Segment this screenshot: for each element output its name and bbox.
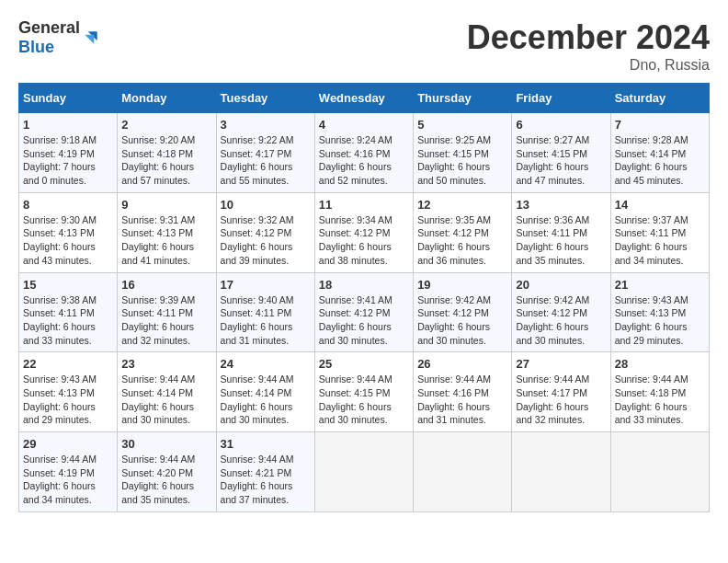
calendar-cell: 29Sunrise: 9:44 AM Sunset: 4:19 PM Dayli… xyxy=(19,432,118,512)
day-info: Sunrise: 9:43 AM Sunset: 4:13 PM Dayligh… xyxy=(23,373,113,427)
day-number: 13 xyxy=(516,198,606,212)
day-info: Sunrise: 9:27 AM Sunset: 4:15 PM Dayligh… xyxy=(516,133,606,188)
calendar-title: December 2024 xyxy=(467,18,710,57)
day-info: Sunrise: 9:36 AM Sunset: 4:11 PM Dayligh… xyxy=(516,213,606,268)
logo: General Blue xyxy=(18,18,100,57)
calendar-week-row: 1Sunrise: 9:18 AM Sunset: 4:19 PM Daylig… xyxy=(19,113,710,193)
day-number: 12 xyxy=(417,198,507,212)
day-info: Sunrise: 9:44 AM Sunset: 4:17 PM Dayligh… xyxy=(516,373,606,427)
day-number: 19 xyxy=(417,278,507,292)
calendar-week-row: 29Sunrise: 9:44 AM Sunset: 4:19 PM Dayli… xyxy=(19,432,710,512)
day-number: 16 xyxy=(121,278,211,292)
day-info: Sunrise: 9:24 AM Sunset: 4:16 PM Dayligh… xyxy=(319,133,409,188)
calendar-week-row: 15Sunrise: 9:38 AM Sunset: 4:11 PM Dayli… xyxy=(19,272,710,352)
day-info: Sunrise: 9:42 AM Sunset: 4:12 PM Dayligh… xyxy=(417,293,507,348)
calendar-cell: 12Sunrise: 9:35 AM Sunset: 4:12 PM Dayli… xyxy=(414,192,512,272)
calendar-cell: 27Sunrise: 9:44 AM Sunset: 4:17 PM Dayli… xyxy=(512,352,610,432)
day-number: 25 xyxy=(319,357,409,371)
weekday-header-wednesday: Wednesday xyxy=(314,84,413,113)
calendar-cell: 4Sunrise: 9:24 AM Sunset: 4:16 PM Daylig… xyxy=(314,113,413,193)
calendar-cell: 10Sunrise: 9:32 AM Sunset: 4:12 PM Dayli… xyxy=(216,192,314,272)
day-info: Sunrise: 9:18 AM Sunset: 4:19 PM Dayligh… xyxy=(23,133,113,188)
day-info: Sunrise: 9:44 AM Sunset: 4:15 PM Dayligh… xyxy=(319,373,409,427)
day-number: 27 xyxy=(516,357,606,371)
calendar-cell: 16Sunrise: 9:39 AM Sunset: 4:11 PM Dayli… xyxy=(118,272,216,352)
title-area: December 2024 Dno, Russia xyxy=(467,18,710,74)
logo-general: General xyxy=(18,18,80,37)
weekday-header-row: SundayMondayTuesdayWednesdayThursdayFrid… xyxy=(19,84,710,113)
day-number: 5 xyxy=(417,118,507,132)
day-number: 31 xyxy=(221,437,311,451)
calendar-cell: 21Sunrise: 9:43 AM Sunset: 4:13 PM Dayli… xyxy=(610,272,709,352)
calendar-week-row: 8Sunrise: 9:30 AM Sunset: 4:13 PM Daylig… xyxy=(19,192,710,272)
day-number: 1 xyxy=(23,118,113,132)
day-info: Sunrise: 9:25 AM Sunset: 4:15 PM Dayligh… xyxy=(417,133,507,188)
day-number: 10 xyxy=(221,198,311,212)
calendar-cell: 18Sunrise: 9:41 AM Sunset: 4:12 PM Dayli… xyxy=(314,272,413,352)
day-info: Sunrise: 9:30 AM Sunset: 4:13 PM Dayligh… xyxy=(23,213,113,268)
day-number: 26 xyxy=(417,357,507,371)
calendar-cell: 3Sunrise: 9:22 AM Sunset: 4:17 PM Daylig… xyxy=(216,113,314,193)
calendar-cell: 1Sunrise: 9:18 AM Sunset: 4:19 PM Daylig… xyxy=(19,113,118,193)
calendar-cell: 7Sunrise: 9:28 AM Sunset: 4:14 PM Daylig… xyxy=(610,113,709,193)
calendar-cell: 24Sunrise: 9:44 AM Sunset: 4:14 PM Dayli… xyxy=(216,352,314,432)
calendar-cell: 30Sunrise: 9:44 AM Sunset: 4:20 PM Dayli… xyxy=(118,432,216,512)
day-info: Sunrise: 9:42 AM Sunset: 4:12 PM Dayligh… xyxy=(516,293,606,348)
day-info: Sunrise: 9:32 AM Sunset: 4:12 PM Dayligh… xyxy=(221,213,311,268)
day-info: Sunrise: 9:35 AM Sunset: 4:12 PM Dayligh… xyxy=(417,213,507,268)
calendar-cell: 17Sunrise: 9:40 AM Sunset: 4:11 PM Dayli… xyxy=(216,272,314,352)
day-info: Sunrise: 9:22 AM Sunset: 4:17 PM Dayligh… xyxy=(221,133,311,188)
calendar-cell: 26Sunrise: 9:44 AM Sunset: 4:16 PM Dayli… xyxy=(414,352,512,432)
day-info: Sunrise: 9:44 AM Sunset: 4:14 PM Dayligh… xyxy=(221,373,311,427)
day-info: Sunrise: 9:44 AM Sunset: 4:21 PM Dayligh… xyxy=(221,453,311,507)
day-info: Sunrise: 9:44 AM Sunset: 4:14 PM Dayligh… xyxy=(121,373,211,427)
calendar-subtitle: Dno, Russia xyxy=(467,57,710,74)
day-info: Sunrise: 9:39 AM Sunset: 4:11 PM Dayligh… xyxy=(121,293,211,348)
calendar-cell: 15Sunrise: 9:38 AM Sunset: 4:11 PM Dayli… xyxy=(19,272,118,352)
day-info: Sunrise: 9:31 AM Sunset: 4:13 PM Dayligh… xyxy=(121,213,211,268)
day-number: 11 xyxy=(319,198,409,212)
weekday-header-sunday: Sunday xyxy=(19,84,118,113)
calendar-table: SundayMondayTuesdayWednesdayThursdayFrid… xyxy=(18,83,710,512)
day-info: Sunrise: 9:28 AM Sunset: 4:14 PM Dayligh… xyxy=(615,133,705,188)
calendar-cell: 8Sunrise: 9:30 AM Sunset: 4:13 PM Daylig… xyxy=(19,192,118,272)
day-info: Sunrise: 9:44 AM Sunset: 4:20 PM Dayligh… xyxy=(121,453,211,507)
day-number: 23 xyxy=(121,357,211,371)
calendar-cell: 25Sunrise: 9:44 AM Sunset: 4:15 PM Dayli… xyxy=(314,352,413,432)
day-number: 22 xyxy=(23,357,113,371)
day-info: Sunrise: 9:34 AM Sunset: 4:12 PM Dayligh… xyxy=(319,213,409,268)
calendar-week-row: 22Sunrise: 9:43 AM Sunset: 4:13 PM Dayli… xyxy=(19,352,710,432)
day-info: Sunrise: 9:41 AM Sunset: 4:12 PM Dayligh… xyxy=(319,293,409,348)
calendar-cell: 13Sunrise: 9:36 AM Sunset: 4:11 PM Dayli… xyxy=(512,192,610,272)
day-number: 24 xyxy=(221,357,311,371)
calendar-cell: 14Sunrise: 9:37 AM Sunset: 4:11 PM Dayli… xyxy=(610,192,709,272)
logo-icon xyxy=(82,29,100,47)
calendar-cell: 31Sunrise: 9:44 AM Sunset: 4:21 PM Dayli… xyxy=(216,432,314,512)
weekday-header-thursday: Thursday xyxy=(414,84,512,113)
calendar-cell: 23Sunrise: 9:44 AM Sunset: 4:14 PM Dayli… xyxy=(118,352,216,432)
day-info: Sunrise: 9:44 AM Sunset: 4:16 PM Dayligh… xyxy=(417,373,507,427)
day-info: Sunrise: 9:44 AM Sunset: 4:19 PM Dayligh… xyxy=(23,453,113,507)
day-number: 15 xyxy=(23,278,113,292)
day-number: 4 xyxy=(319,118,409,132)
day-info: Sunrise: 9:38 AM Sunset: 4:11 PM Dayligh… xyxy=(23,293,113,348)
calendar-cell: 6Sunrise: 9:27 AM Sunset: 4:15 PM Daylig… xyxy=(512,113,610,193)
day-number: 2 xyxy=(121,118,211,132)
calendar-cell xyxy=(512,432,610,512)
day-number: 6 xyxy=(516,118,606,132)
day-info: Sunrise: 9:40 AM Sunset: 4:11 PM Dayligh… xyxy=(221,293,311,348)
day-number: 3 xyxy=(221,118,311,132)
calendar-cell xyxy=(610,432,709,512)
day-number: 17 xyxy=(221,278,311,292)
day-number: 14 xyxy=(615,198,705,212)
day-number: 8 xyxy=(23,198,113,212)
day-info: Sunrise: 9:43 AM Sunset: 4:13 PM Dayligh… xyxy=(615,293,705,348)
day-info: Sunrise: 9:44 AM Sunset: 4:18 PM Dayligh… xyxy=(615,373,705,427)
calendar-cell: 9Sunrise: 9:31 AM Sunset: 4:13 PM Daylig… xyxy=(118,192,216,272)
calendar-cell xyxy=(314,432,413,512)
day-info: Sunrise: 9:20 AM Sunset: 4:18 PM Dayligh… xyxy=(121,133,211,188)
calendar-cell: 22Sunrise: 9:43 AM Sunset: 4:13 PM Dayli… xyxy=(19,352,118,432)
weekday-header-friday: Friday xyxy=(512,84,610,113)
calendar-cell: 5Sunrise: 9:25 AM Sunset: 4:15 PM Daylig… xyxy=(414,113,512,193)
calendar-cell: 28Sunrise: 9:44 AM Sunset: 4:18 PM Dayli… xyxy=(610,352,709,432)
